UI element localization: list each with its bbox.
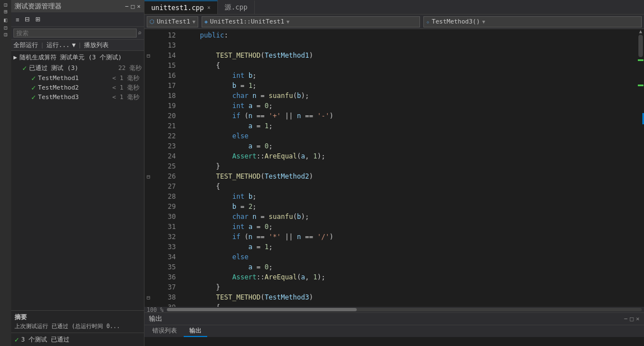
fold-16 (144, 71, 152, 81)
list-item[interactable]: ✓ TestMethod1 < 1 毫秒 (22, 73, 142, 83)
fold-14[interactable]: ⊟ (144, 50, 152, 60)
pass-count: 3 个测试 已通过 (21, 335, 69, 344)
tab-unittest1-close[interactable]: × (207, 4, 211, 11)
method-arrow-icon: ▼ (482, 19, 485, 25)
toolbar-expand-btn[interactable]: ⊞ (33, 15, 43, 24)
scroll-thumb-h[interactable] (167, 308, 357, 311)
panel-title: 测试资源管理器 (15, 2, 62, 11)
ln-21: 21 (156, 121, 176, 131)
code-line-28: int b; (179, 191, 637, 202)
code-line-24: Assert::AreEqual(a, 1); (179, 151, 637, 161)
bottom-tab-errors[interactable]: 错误列表 (147, 325, 183, 337)
pin-icon[interactable]: − (125, 3, 129, 10)
ln-37: 37 (156, 282, 176, 292)
scroll-thumb[interactable] (638, 35, 643, 57)
test3-time: < 1 毫秒 (113, 93, 140, 101)
method-selector[interactable]: ⬦ TestMethod3() ▼ (423, 16, 642, 27)
tab-unittest1[interactable]: unittest1.cpp × (144, 1, 218, 14)
test1-check-icon: ✓ (31, 74, 36, 82)
class-selector[interactable]: ◈ UnitTest1::UnitTest1 ▼ (202, 16, 420, 27)
fold-35 (144, 262, 152, 272)
ln-26: 26 (156, 171, 176, 181)
editor-selector-row: ⬡ UnitTest1 ▼ ◈ UnitTest1::UnitTest1 ▼ ⬦… (144, 15, 644, 29)
ln-15: 15 (156, 60, 176, 71)
scroll-up-btn[interactable]: ▲ (637, 29, 644, 34)
code-line-12: public: (179, 30, 637, 40)
run-all-btn[interactable]: 全部运行 (13, 41, 38, 49)
toolbar-icon-2[interactable]: ⊞ (2, 9, 10, 15)
list-item[interactable]: ✓ TestMethod2 < 1 毫秒 (22, 83, 142, 92)
test-item-1-left: ✓ TestMethod1 (31, 74, 79, 82)
tab-bar: unittest1.cpp × 源.cpp (144, 0, 644, 15)
bottom-pin-icon[interactable]: − (624, 315, 628, 322)
sep2: | (78, 41, 82, 49)
summary-title: 摘要 (15, 313, 141, 321)
run-btn[interactable]: 运行... (46, 41, 70, 49)
fold-27 (144, 181, 152, 191)
summary-last-run: 上次测试运行 已通过 (总运行时间 0... (15, 322, 141, 330)
code-line-23: a = 0; (179, 141, 637, 151)
ln-12: 12 (156, 30, 176, 40)
code-line-26: TEST_METHOD(TestMethod2) (179, 171, 637, 181)
fold-39 (144, 302, 152, 307)
panel-title-bar: 测试资源管理器 − □ × (11, 0, 144, 12)
fold-34 (144, 252, 152, 262)
code-container: ⊟ ⊟ (144, 29, 644, 307)
code-line-32: if (n == '*' || n == '/') (179, 232, 637, 242)
passed-group: ✓ 已通过 测试 (3) 22 毫秒 ✓ TestMethod1 < 1 毫秒 (13, 63, 142, 102)
code-line-13 (179, 40, 637, 50)
method-icon: ⬦ (426, 18, 430, 25)
ln-19: 19 (156, 101, 176, 111)
right-scrollbar[interactable]: ▲ (637, 29, 644, 307)
test3-name: TestMethod3 (38, 93, 79, 101)
bottom-panel: 输出 − □ × 错误列表 输出 (144, 312, 644, 346)
ln-22: 22 (156, 131, 176, 141)
search-bar: ⌕ (11, 27, 144, 40)
search-input[interactable] (13, 29, 137, 38)
tab-source[interactable]: 源.cpp (218, 1, 255, 14)
fold-26[interactable]: ⊟ (144, 171, 152, 181)
toolbar-icon-3[interactable]: ◧ (2, 16, 10, 24)
main-layout: ⊟ ⊞ ◧ ⊡ ⊟ 测试资源管理器 − □ × ≡ ⊟ ⊞ ⌕ 全部运 (0, 0, 644, 346)
toolbar-group-btn[interactable]: ⊟ (22, 15, 32, 24)
float-icon[interactable]: □ (131, 3, 135, 10)
code-line-15: { (179, 60, 637, 71)
fold-19 (144, 101, 152, 111)
toolbar-list-btn[interactable]: ≡ (13, 15, 21, 24)
bottom-float-icon[interactable]: □ (630, 315, 634, 322)
code-line-30: char n = suanfu(b); (179, 212, 637, 222)
horizontal-scrollbar[interactable]: 100 % (144, 307, 644, 312)
zoom-label[interactable]: 100 % (147, 307, 164, 313)
code-body[interactable]: public: TEST_METHOD(TestMethod1) { int b… (179, 29, 637, 307)
fold-column: ⊟ ⊟ (144, 29, 152, 307)
toolbar-icon-1[interactable]: ⊟ (2, 2, 10, 8)
panel-title-actions: − □ × (125, 3, 141, 10)
toolbar-icon-4[interactable]: ⊡ (2, 25, 10, 31)
bottom-panel-tabs: 输出 (149, 314, 167, 324)
close-icon[interactable]: × (137, 3, 141, 10)
bottom-tab-output[interactable]: 输出 (184, 325, 207, 337)
fold-22 (144, 131, 152, 141)
scroll-indicator-2 (638, 85, 643, 86)
test3-check-icon: ✓ (31, 93, 36, 101)
playlist-btn[interactable]: 播放列表 (84, 41, 109, 49)
scope-label: UnitTest1 (157, 18, 190, 25)
fold-38[interactable]: ⊟ (144, 292, 152, 302)
scope-selector[interactable]: ⬡ UnitTest1 ▼ (147, 16, 198, 27)
ln-38: 38 (156, 292, 176, 302)
fold-17 (144, 81, 152, 91)
fold-28 (144, 191, 152, 202)
toolbar-icon-5[interactable]: ⊟ (2, 32, 10, 38)
code-line-17: b = 1; (179, 81, 637, 91)
ln-28: 28 (156, 191, 176, 202)
passed-header[interactable]: ✓ 已通过 测试 (3) 22 毫秒 (22, 63, 142, 73)
run-arrow[interactable]: ▼ (72, 41, 76, 49)
bottom-close-icon[interactable]: × (636, 315, 640, 322)
code-line-38: TEST_METHOD(TestMethod3) (179, 292, 637, 302)
scroll-track[interactable] (167, 308, 642, 311)
tab-source-label: 源.cpp (225, 3, 248, 12)
passed-label: 已通过 测试 (3) (29, 64, 78, 72)
test-explorer-panel: 测试资源管理器 − □ × ≡ ⊟ ⊞ ⌕ 全部运行 | 运行... ▼ | 播… (11, 0, 144, 346)
suite-header[interactable]: ▶ 随机生成算符 测试单元 (3 个测试) (13, 52, 142, 63)
list-item[interactable]: ✓ TestMethod3 < 1 毫秒 (22, 92, 142, 102)
